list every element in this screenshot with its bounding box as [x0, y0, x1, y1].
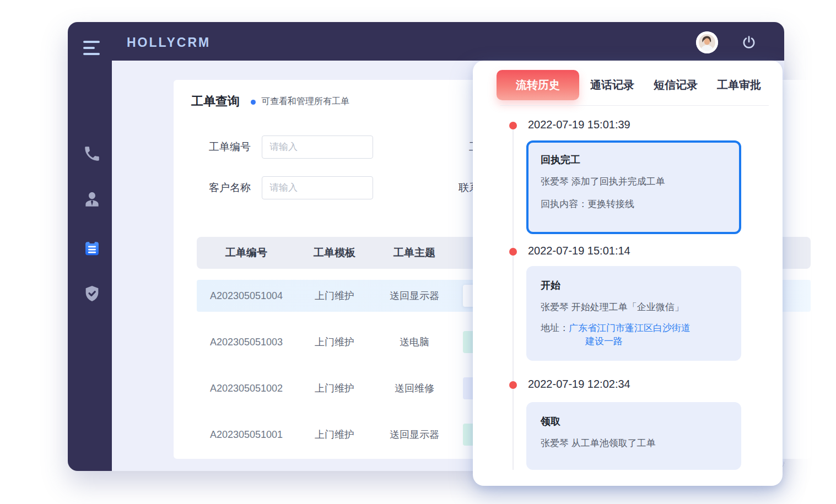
- col-header-order-no: 工单编号: [197, 246, 296, 260]
- timeline-timestamp: 2022-07-19 15:01:14: [528, 245, 630, 257]
- timeline-timestamp: 2022-07-19 12:02:34: [528, 378, 630, 391]
- tab-flow-history[interactable]: 流转历史: [497, 70, 579, 100]
- timeline-dot: [509, 122, 517, 129]
- timeline-card-title: 回执完工: [541, 153, 727, 166]
- cell-subject: 送回显示器: [373, 428, 456, 441]
- col-header-subject: 工单主题: [373, 246, 456, 260]
- cell-template: 上门维护: [296, 382, 373, 395]
- avatar[interactable]: [696, 31, 718, 53]
- cell-order-no: A202305051001: [197, 429, 296, 441]
- cell-template: 上门维护: [296, 335, 373, 349]
- cell-template: 上门维护: [296, 289, 373, 302]
- page-subtitle: 可查看和管理所有工单: [261, 96, 349, 107]
- sidebar-item-customers[interactable]: [83, 190, 101, 209]
- page-header: 工单查询 可查看和管理所有工单: [191, 93, 349, 110]
- cell-subject: 送回维修: [373, 382, 456, 395]
- tab-approval[interactable]: 工单审批: [717, 78, 761, 93]
- tab-call-records[interactable]: 通话记录: [590, 78, 634, 93]
- address-label: 地址：: [541, 322, 569, 349]
- address-link[interactable]: 广东省江门市蓬江区白沙街道 建设一路: [569, 322, 691, 349]
- timeline-card-title: 开始: [541, 279, 727, 292]
- address-line: 建设一路: [569, 336, 623, 346]
- page-title: 工单查询: [191, 93, 240, 110]
- cell-order-no: A202305051002: [197, 383, 296, 394]
- timeline-card-start[interactable]: 开始 张爱琴 开始处理工单「企业微信」 地址： 广东省江门市蓬江区白沙街道 建设…: [526, 266, 741, 361]
- timeline-card-completed[interactable]: 回执完工 张爱琴 添加了回执并完成工单 回执内容：更换转接线: [526, 140, 741, 234]
- workorder-detail-panel: 流转历史 通话记录 短信记录 工单审批 2022-07-19 15:01:39 …: [473, 61, 783, 486]
- order-no-label: 工单编号: [191, 140, 251, 154]
- customer-input[interactable]: [262, 176, 373, 199]
- timeline-card-claim[interactable]: 领取 张爱琴 从工单池领取了工单: [526, 402, 741, 470]
- user-photo-icon: [696, 31, 718, 53]
- power-icon[interactable]: [741, 35, 757, 50]
- timeline-card-line: 张爱琴 添加了回执并完成工单: [541, 175, 727, 189]
- sidebar-item-security[interactable]: [83, 284, 101, 303]
- cell-order-no: A202305051003: [197, 337, 296, 348]
- panel-tabs: 流转历史 通话记录 短信记录 工单审批: [497, 70, 780, 100]
- timeline-line: [513, 129, 514, 470]
- page: HOLLYCRM: [0, 0, 836, 504]
- cell-subject: 送电脑: [373, 335, 456, 349]
- phone-icon: [83, 144, 101, 163]
- shield-check-icon: [83, 284, 101, 303]
- timeline-card-line: 张爱琴 从工单池领取了工单: [541, 437, 727, 451]
- order-no-input[interactable]: [262, 136, 373, 159]
- menu-icon[interactable]: [83, 41, 101, 55]
- cell-order-no: A202305051004: [197, 290, 296, 302]
- timeline-card-address: 地址： 广东省江门市蓬江区白沙街道 建设一路: [541, 322, 727, 349]
- title-dot-icon: [251, 100, 256, 105]
- cell-subject: 送回显示器: [373, 289, 456, 302]
- app-logo: HOLLYCRM: [127, 35, 211, 50]
- person-icon: [83, 190, 101, 209]
- customer-label: 客户名称: [191, 181, 251, 195]
- timeline-dot: [509, 381, 517, 389]
- clipboard-icon: [83, 239, 101, 257]
- timeline-dot: [509, 248, 517, 256]
- sidebar-item-workorders[interactable]: [83, 239, 101, 257]
- timeline-card-line: 回执内容：更换转接线: [541, 198, 727, 212]
- sidebar-item-calls[interactable]: [83, 144, 101, 163]
- address-line: 广东省江门市蓬江区白沙街道: [569, 323, 691, 333]
- tab-sms-records[interactable]: 短信记录: [654, 78, 698, 93]
- cell-template: 上门维护: [296, 428, 373, 441]
- tabs-divider: [500, 105, 769, 106]
- timeline-card-title: 领取: [541, 415, 727, 428]
- timeline-timestamp: 2022-07-19 15:01:39: [528, 118, 630, 131]
- timeline-card-line: 张爱琴 开始处理工单「企业微信」: [541, 301, 727, 315]
- col-header-template: 工单模板: [296, 246, 373, 260]
